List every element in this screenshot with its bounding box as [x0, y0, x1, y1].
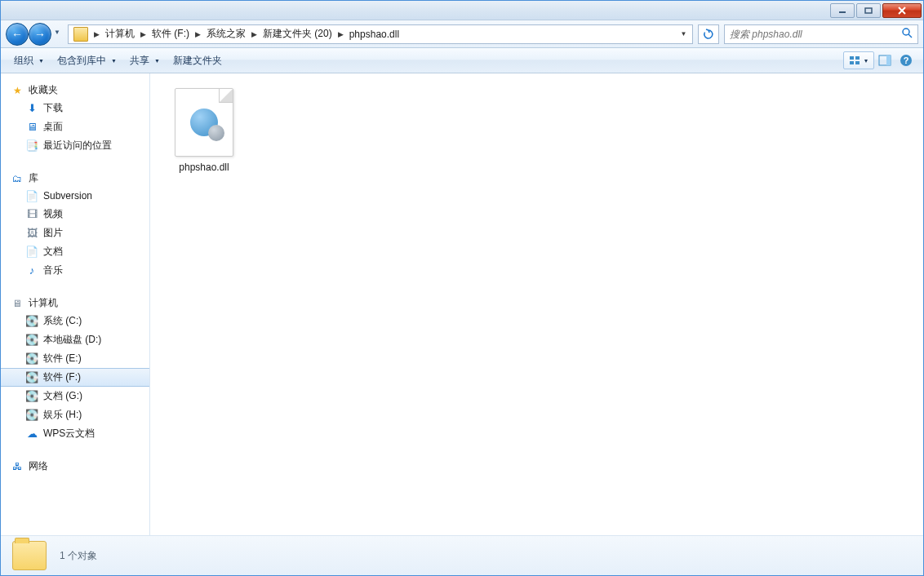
- sidebar-item-pictures[interactable]: 🖼 图片: [1, 224, 149, 242]
- sidebar-item-label: 软件 (E:): [43, 352, 82, 366]
- computer-group: 🖥 计算机 💽 系统 (C:) 💽 本地磁盘 (D:) 💽 软件 (E:) 💽: [1, 295, 149, 443]
- chevron-right-icon[interactable]: ▶: [91, 30, 102, 38]
- sidebar-item-label: 软件 (F:): [43, 370, 81, 384]
- sidebar-item-music[interactable]: ♪ 音乐: [1, 261, 149, 280]
- breadcrumb-item[interactable]: phpshao.dll: [346, 25, 402, 43]
- breadcrumb: ▶ 计算机 ▶ 软件 (F:) ▶ 系统之家 ▶ 新建文件夹 (20) ▶ ph…: [91, 25, 676, 43]
- network-icon: 🖧: [11, 460, 24, 473]
- nav-history-dropdown[interactable]: ▼: [51, 23, 63, 42]
- status-text: 1 个对象: [60, 549, 97, 563]
- libraries-header[interactable]: 🗂 库: [1, 170, 149, 187]
- folder-icon: [73, 27, 88, 42]
- svg-rect-1: [865, 8, 872, 13]
- search-input[interactable]: [730, 29, 901, 40]
- chevron-down-icon: ▼: [681, 30, 687, 38]
- refresh-icon: [703, 29, 714, 40]
- address-bar[interactable]: ▶ 计算机 ▶ 软件 (F:) ▶ 系统之家 ▶ 新建文件夹 (20) ▶ ph…: [68, 24, 693, 44]
- drive-icon: 💽: [25, 390, 38, 403]
- sidebar-item-recent[interactable]: 📑 最近访问的位置: [1, 136, 149, 155]
- folder-icon: [12, 541, 47, 570]
- desktop-icon: 🖥: [25, 121, 38, 134]
- drive-icon: 💽: [25, 334, 38, 347]
- address-dropdown[interactable]: ▼: [676, 25, 691, 43]
- computer-header[interactable]: 🖥 计算机: [1, 295, 149, 312]
- sidebar-item-drive-c[interactable]: 💽 系统 (C:): [1, 312, 149, 330]
- search-icon[interactable]: [901, 27, 913, 41]
- arrow-left-icon: ←: [11, 28, 23, 41]
- sidebar-item-label: 系统 (C:): [43, 314, 82, 328]
- sidebar-item-videos[interactable]: 🎞 视频: [1, 205, 149, 224]
- svg-rect-3: [850, 56, 854, 60]
- chevron-down-icon: ▼: [111, 58, 117, 64]
- chevron-down-icon: ▼: [38, 58, 44, 64]
- sidebar-item-drive-h[interactable]: 💽 娱乐 (H:): [1, 405, 149, 424]
- sidebar-item-drive-d[interactable]: 💽 本地磁盘 (D:): [1, 330, 149, 349]
- music-icon: ♪: [25, 264, 38, 277]
- close-button[interactable]: [882, 3, 922, 18]
- svg-rect-5: [850, 61, 854, 64]
- sidebar-item-label: WPS云文档: [43, 427, 95, 441]
- arrow-right-icon: →: [34, 28, 46, 41]
- svg-rect-0: [839, 11, 846, 13]
- sidebar-item-downloads[interactable]: ⬇ 下载: [1, 99, 149, 117]
- sidebar-item-label: 下载: [43, 101, 63, 115]
- sidebar-item-subversion[interactable]: 📄 Subversion: [1, 187, 149, 205]
- organize-button[interactable]: 组织 ▼: [7, 51, 51, 71]
- file-list-pane[interactable]: phpshao.dll: [150, 73, 923, 535]
- preview-pane-button[interactable]: [874, 51, 895, 69]
- search-box[interactable]: [724, 24, 918, 44]
- view-options-button[interactable]: ▼: [843, 51, 874, 69]
- sidebar-item-desktop[interactable]: 🖥 桌面: [1, 117, 149, 136]
- sidebar-item-drive-g[interactable]: 💽 文档 (G:): [1, 387, 149, 405]
- help-button[interactable]: ?: [895, 51, 917, 69]
- body: ★ 收藏夹 ⬇ 下载 🖥 桌面 📑 最近访问的位置 🗂: [1, 73, 923, 536]
- refresh-button[interactable]: [698, 24, 719, 44]
- sidebar-item-label: 最近访问的位置: [43, 139, 112, 153]
- svg-rect-4: [855, 56, 860, 60]
- breadcrumb-item[interactable]: 系统之家: [203, 25, 249, 43]
- sidebar-item-drive-f[interactable]: 💽 软件 (F:): [1, 368, 149, 387]
- breadcrumb-item[interactable]: 软件 (F:): [149, 25, 193, 43]
- computer-label: 计算机: [29, 296, 58, 310]
- minimize-icon: [838, 7, 846, 14]
- back-button[interactable]: ←: [6, 23, 29, 46]
- libraries-label: 库: [29, 171, 38, 185]
- sidebar-item-label: 文档 (G:): [43, 389, 82, 403]
- download-icon: ⬇: [25, 102, 38, 115]
- file-item[interactable]: phpshao.dll: [165, 85, 243, 176]
- svg-point-2: [903, 29, 909, 35]
- sidebar-item-label: Subversion: [43, 190, 92, 202]
- chevron-right-icon[interactable]: ▶: [138, 30, 149, 38]
- status-bar: 1 个对象: [1, 536, 923, 575]
- svg-rect-6: [855, 61, 860, 64]
- maximize-icon: [864, 7, 873, 14]
- network-header[interactable]: 🖧 网络: [1, 458, 149, 475]
- computer-icon: 🖥: [11, 297, 24, 310]
- chevron-right-icon[interactable]: ▶: [335, 30, 346, 38]
- network-group: 🖧 网络: [1, 458, 149, 475]
- organize-label: 组织: [14, 54, 33, 68]
- breadcrumb-item[interactable]: 新建文件夹 (20): [260, 25, 335, 43]
- sidebar-item-label: 文档: [43, 245, 63, 259]
- view-icon: [849, 55, 860, 65]
- nav-buttons: ← → ▼: [6, 23, 63, 46]
- recent-icon: 📑: [25, 140, 38, 153]
- sidebar-item-wps-cloud[interactable]: ☁ WPS云文档: [1, 424, 149, 443]
- favorites-group: ★ 收藏夹 ⬇ 下载 🖥 桌面 📑 最近访问的位置: [1, 82, 149, 155]
- share-button[interactable]: 共享 ▼: [123, 51, 167, 71]
- chevron-right-icon[interactable]: ▶: [193, 30, 203, 38]
- chevron-right-icon[interactable]: ▶: [249, 30, 260, 38]
- forward-button[interactable]: →: [29, 23, 51, 46]
- drive-icon: 💽: [25, 352, 38, 366]
- document-icon: 📄: [25, 246, 38, 259]
- maximize-button[interactable]: [856, 3, 881, 18]
- include-in-library-button[interactable]: 包含到库中 ▼: [51, 51, 123, 71]
- minimize-button[interactable]: [830, 3, 855, 18]
- sidebar-item-documents[interactable]: 📄 文档: [1, 242, 149, 261]
- sidebar-item-label: 本地磁盘 (D:): [43, 333, 101, 347]
- favorites-header[interactable]: ★ 收藏夹: [1, 82, 149, 99]
- sidebar-item-drive-e[interactable]: 💽 软件 (E:): [1, 349, 149, 368]
- new-folder-button[interactable]: 新建文件夹: [167, 51, 229, 71]
- breadcrumb-item[interactable]: 计算机: [102, 25, 138, 43]
- favorites-label: 收藏夹: [29, 83, 58, 97]
